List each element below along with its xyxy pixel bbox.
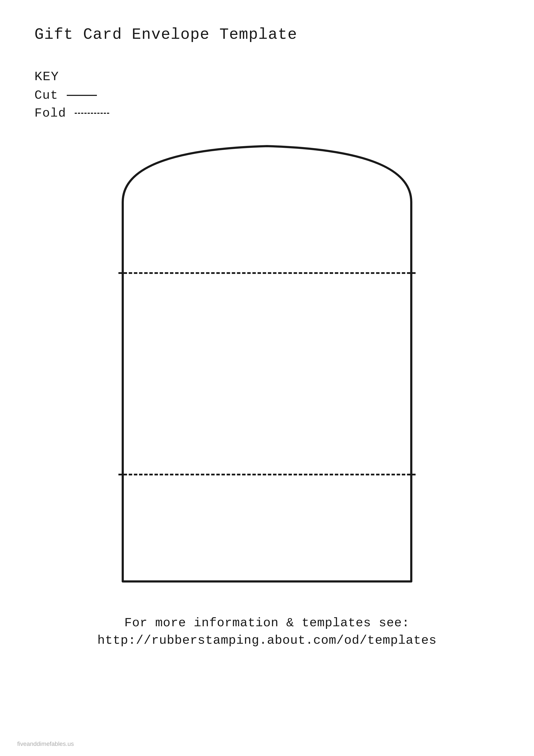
key-fold-item: Fold bbox=[35, 106, 499, 120]
cut-line-indicator bbox=[67, 95, 97, 96]
key-section: KEY Cut Fold bbox=[35, 69, 499, 120]
key-label: KEY bbox=[35, 69, 499, 84]
page: Gift Card Envelope Template KEY Cut Fold… bbox=[0, 0, 534, 756]
footer-section: For more information & templates see: ht… bbox=[35, 616, 499, 647]
fold-line-top bbox=[118, 272, 416, 274]
envelope-wrapper bbox=[116, 133, 418, 586]
key-fold-label: Fold bbox=[35, 106, 66, 120]
fold-line-bottom bbox=[118, 474, 416, 475]
key-cut-item: Cut bbox=[35, 88, 499, 102]
envelope-outline bbox=[116, 133, 418, 586]
key-cut-label: Cut bbox=[35, 88, 58, 102]
page-title: Gift Card Envelope Template bbox=[35, 26, 499, 43]
envelope-container bbox=[35, 133, 499, 586]
footer-line2: http://rubberstamping.about.com/od/templ… bbox=[35, 634, 499, 647]
watermark: fiveanddimefables.us bbox=[17, 741, 74, 747]
footer-line1: For more information & templates see: bbox=[35, 616, 499, 630]
fold-line-indicator bbox=[75, 113, 109, 114]
